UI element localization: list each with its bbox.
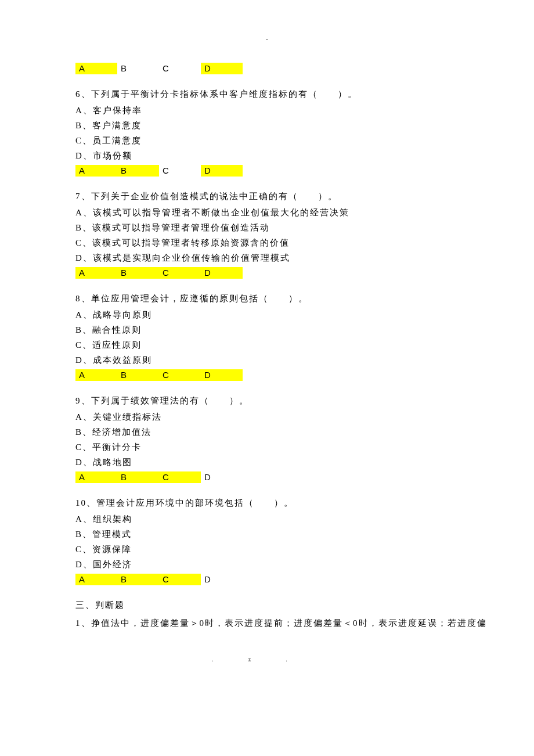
option-c: C、适应性原则 <box>75 338 534 352</box>
option-a: A、关键业绩指标法 <box>75 410 534 424</box>
answer-c: C <box>159 369 201 381</box>
section-3-title: 三、判断题 <box>75 598 534 612</box>
answer-row: A B C D <box>75 62 534 75</box>
option-a: A、该模式可以指导管理者不断做出企业创值最大化的经营决策 <box>75 206 534 219</box>
question-stem: 6、下列属于平衡计分卡指标体系中客户维度指标的有（ ）。 <box>75 87 534 101</box>
judge-question-1: 1、挣值法中，进度偏差量＞0时，表示进度提前；进度偏差量＜0时，表示进度延误；若… <box>75 614 534 632</box>
page-footer-mark: .z. <box>75 655 534 664</box>
answer-c: C <box>159 471 201 483</box>
option-a: A、战略导向原则 <box>75 308 534 322</box>
answer-row: A B C D <box>75 164 534 178</box>
question-stem: 7、下列关于企业价值创造模式的说法中正确的有（ ）。 <box>75 189 534 203</box>
answer-d: D <box>201 369 243 381</box>
question-9: 9、下列属于绩效管理法的有（ ）。 A、关键业绩指标法 B、经济增加值法 C、平… <box>75 394 534 484</box>
option-b: B、该模式可以指导管理者管理价值创造活动 <box>75 221 534 235</box>
question-stem: 9、下列属于绩效管理法的有（ ）。 <box>75 394 534 408</box>
question-stem: 10、管理会计应用环境中的部环境包括（ ）。 <box>75 496 534 510</box>
question-stem: 8、单位应用管理会计，应遵循的原则包括（ ）。 <box>75 291 534 305</box>
answer-d: D <box>201 267 243 279</box>
answer-d: D <box>201 63 243 74</box>
option-d: D、战略地图 <box>75 455 534 469</box>
answer-c: C <box>159 574 201 585</box>
question-7: 7、下列关于企业价值创造模式的说法中正确的有（ ）。 A、该模式可以指导管理者不… <box>75 189 534 280</box>
answer-c: C <box>159 165 201 177</box>
option-d: D、市场份额 <box>75 149 534 163</box>
answer-row: A B C D <box>75 266 534 280</box>
option-a: A、组织架构 <box>75 512 534 526</box>
answer-b: B <box>117 63 159 74</box>
option-a: A、客户保持率 <box>75 103 534 117</box>
option-b: B、融合性原则 <box>75 323 534 337</box>
page-header-mark: - <box>75 35 534 44</box>
answer-row: A B C D <box>75 368 534 382</box>
option-b: B、客户满意度 <box>75 118 534 132</box>
option-d: D、该模式是实现向企业价值传输的价值管理模式 <box>75 251 534 265</box>
question-6: 6、下列属于平衡计分卡指标体系中客户维度指标的有（ ）。 A、客户保持率 B、客… <box>75 87 534 178</box>
option-b: B、管理模式 <box>75 527 534 541</box>
answer-b: B <box>117 267 159 279</box>
answer-c: C <box>159 63 201 74</box>
option-c: C、平衡计分卡 <box>75 440 534 454</box>
question-8: 8、单位应用管理会计，应遵循的原则包括（ ）。 A、战略导向原则 B、融合性原则… <box>75 291 534 382</box>
option-c: C、该模式可以指导管理者转移原始资源含的价值 <box>75 236 534 250</box>
answer-a: A <box>75 267 117 279</box>
answer-d: D <box>201 471 243 483</box>
answer-row: A B C D <box>75 470 534 484</box>
option-c: C、员工满意度 <box>75 134 534 147</box>
option-c: C、资源保障 <box>75 542 534 556</box>
answer-d: D <box>201 574 243 585</box>
answer-row: A B C D <box>75 573 534 586</box>
answer-a: A <box>75 369 117 381</box>
option-d: D、成本效益原则 <box>75 353 534 367</box>
answer-a: A <box>75 63 117 74</box>
answer-b: B <box>117 471 159 483</box>
question-5-answers: A B C D <box>75 62 534 75</box>
answer-a: A <box>75 471 117 483</box>
answer-b: B <box>117 574 159 585</box>
answer-d: D <box>201 165 243 177</box>
question-10: 10、管理会计应用环境中的部环境包括（ ）。 A、组织架构 B、管理模式 C、资… <box>75 496 534 586</box>
answer-b: B <box>117 369 159 381</box>
option-d: D、国外经济 <box>75 557 534 571</box>
answer-b: B <box>117 165 159 177</box>
answer-a: A <box>75 574 117 585</box>
answer-c: C <box>159 267 201 279</box>
option-b: B、经济增加值法 <box>75 425 534 439</box>
answer-a: A <box>75 165 117 177</box>
